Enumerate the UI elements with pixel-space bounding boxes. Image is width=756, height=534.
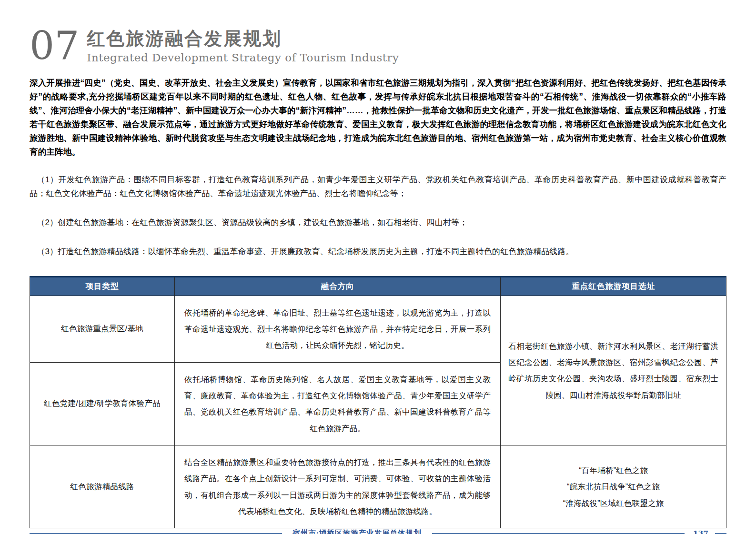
cell-project-type: 红色党建/团建/研学教育体验产品 [30, 362, 175, 445]
page-title: 红色旅游融合发展规划 [87, 29, 399, 49]
list-item-2: （2）创建红色旅游基地：在红色旅游资源聚集区、资源品级较高的乡镇，建设红色旅游基… [30, 216, 726, 230]
route-line: “皖东北抗日战争”红色之旅 [508, 478, 718, 495]
route-line: “淮海战役”区域红色联盟之旅 [508, 495, 718, 512]
list-item-1: （1）开发红色旅游产品：围绕不同目标客群，打造红色教育培训系列产品，如青少年爱国… [30, 173, 726, 201]
cell-project-type: 红色旅游精品线路 [30, 445, 175, 528]
table-row: 红色旅游精品线路 结合全区精品旅游景区和重要特色旅游接待点的打造，推出三条具有代… [30, 445, 726, 528]
cell-project-type: 红色旅游重点景区/基地 [30, 296, 175, 362]
footer-rule-right [432, 533, 685, 534]
cell-fusion-direction: 结合全区精品旅游景区和重要特色旅游接待点的打造，推出三条具有代表性的红色旅游线路… [175, 445, 501, 528]
fusion-table: 项目类型 融合方向 重点红色旅游项目选址 红色旅游重点景区/基地 依托埇桥的革命… [30, 276, 726, 528]
table-header-key-sites: 重点红色旅游项目选址 [501, 277, 726, 296]
intro-paragraph: 深入开展推进“四史”（党史、国史、改革开放史、社会主义发展史）宣传教育，以国家和… [30, 76, 726, 159]
table-header-project-type: 项目类型 [30, 277, 175, 296]
fusion-table-wrap: 项目类型 融合方向 重点红色旅游项目选址 红色旅游重点景区/基地 依托埇桥的革命… [30, 276, 726, 528]
page-number: 137 [693, 529, 708, 534]
cell-key-sites: 石相老街红色旅游小镇、新汴河水利风景区、老汪湖行蓄洪区纪念公园、老海寺风景旅游区… [501, 296, 726, 445]
table-row: 红色旅游重点景区/基地 依托埇桥的革命纪念碑、革命旧址、烈士墓等红色遗址遗迹，以… [30, 296, 726, 362]
table-header-row: 项目类型 融合方向 重点红色旅游项目选址 [30, 277, 726, 296]
table-header-fusion-direction: 融合方向 [175, 277, 501, 296]
chapter-number: 07 [30, 28, 79, 65]
page-subtitle: Integrated Development Strategy of Touri… [87, 51, 399, 64]
cell-fusion-direction: 依托埇桥博物馆、革命历史陈列馆、名人故居、爱国主义教育基地等，以爱国主义教育、廉… [175, 362, 501, 445]
route-line: “百年埇桥”红色之旅 [508, 462, 718, 479]
footer-title: 宿州市·埇桥区旅游产业发展总体规划 [292, 528, 421, 534]
chapter-titles: 红色旅游融合发展规划 Integrated Development Strate… [87, 28, 399, 64]
document-page: 07 红色旅游融合发展规划 Integrated Development Str… [0, 0, 756, 534]
footer-rule-left [30, 533, 282, 534]
cell-fusion-direction: 依托埇桥的革命纪念碑、革命旧址、烈士墓等红色遗址遗迹，以观光游览为主，打造以革命… [175, 296, 501, 362]
chapter-header: 07 红色旅游融合发展规划 Integrated Development Str… [30, 28, 726, 65]
cell-routes: “百年埇桥”红色之旅 “皖东北抗日战争”红色之旅 “淮海战役”区域红色联盟之旅 [501, 445, 726, 528]
footer-rule-end [715, 533, 726, 534]
list-item-3: （3）打造红色旅游精品线路：以缅怀革命先烈、重温革命事迹、开展廉政教育、纪念埇桥… [30, 245, 726, 259]
page-footer: 宿州市·埇桥区旅游产业发展总体规划 137 [30, 528, 726, 534]
